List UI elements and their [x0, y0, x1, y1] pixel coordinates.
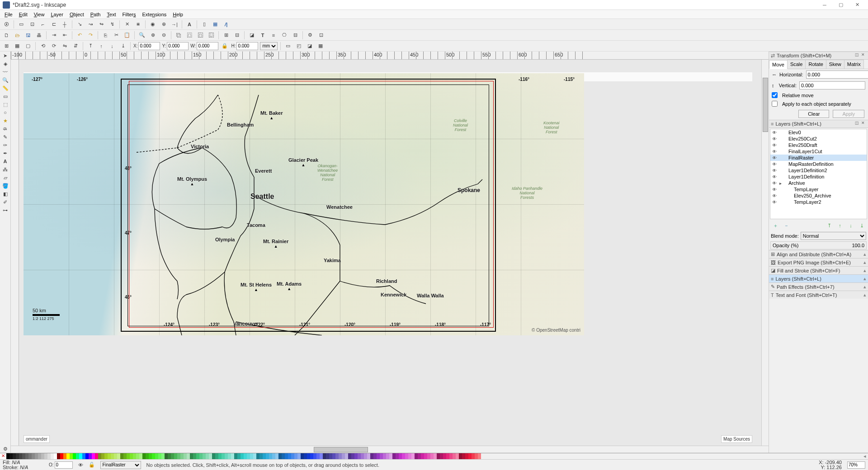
calligraphy-tool-icon[interactable]: ✒	[0, 149, 10, 157]
eye-icon[interactable]: 👁	[772, 181, 778, 186]
color-swatch[interactable]	[136, 453, 139, 460]
dock-icon[interactable]: ◫	[854, 121, 860, 127]
color-swatch[interactable]	[139, 453, 142, 460]
color-swatch[interactable]	[25, 453, 28, 460]
color-swatch[interactable]	[475, 453, 478, 460]
redo-icon[interactable]: ↷	[86, 31, 95, 40]
rotate-cw-icon[interactable]: ⟳	[49, 42, 58, 51]
menu-edit[interactable]: Edit	[16, 11, 30, 18]
color-swatch[interactable]	[111, 453, 114, 460]
layers-panel-header[interactable]: ≡ Layers (Shift+Ctrl+L) ◫ ✕	[769, 120, 868, 128]
ungroup-icon[interactable]: ⊟	[232, 31, 241, 40]
eye-icon[interactable]: 👁	[772, 187, 778, 192]
layer-top-icon[interactable]: ⤒	[825, 221, 834, 230]
color-swatch[interactable]	[326, 453, 329, 460]
layer-row[interactable]: 👁FinalRaster	[770, 155, 867, 161]
color-swatch[interactable]	[54, 453, 57, 460]
color-swatch[interactable]	[127, 453, 130, 460]
menu-filters[interactable]: Filters	[120, 11, 139, 18]
text-tool-icon[interactable]: A	[0, 157, 10, 165]
vertical-input[interactable]	[799, 81, 865, 89]
tab-matrix[interactable]: Matrix	[844, 60, 864, 69]
color-swatch[interactable]	[152, 453, 155, 460]
color-swatch[interactable]	[478, 453, 481, 460]
color-swatch[interactable]	[339, 453, 342, 460]
canvas-viewport[interactable]: ileViewMapToolsWindowHelp	[19, 60, 761, 446]
color-swatch[interactable]	[253, 453, 256, 460]
color-swatch[interactable]	[348, 453, 351, 460]
eye-icon[interactable]: 👁	[772, 200, 778, 205]
color-swatch[interactable]	[123, 453, 127, 460]
color-swatch[interactable]	[130, 453, 133, 460]
color-swatch[interactable]	[332, 453, 335, 460]
gear-tool-icon[interactable]: ⚙	[0, 445, 10, 453]
zoom-input[interactable]	[847, 461, 865, 469]
docked-panel-tab[interactable]: 🖼Export PNG Image (Shift+Ctrl+E)▴	[769, 258, 868, 266]
color-swatch[interactable]	[206, 453, 209, 460]
color-swatch[interactable]	[187, 453, 190, 460]
snap-int2-icon[interactable]: ⋇	[133, 20, 142, 29]
menu-extensions[interactable]: Extensions	[140, 11, 170, 18]
docked-panel-tab[interactable]: TText and Font (Shift+Ctrl+T)▴	[769, 291, 868, 299]
opacity-input[interactable]	[55, 461, 73, 469]
spray-tool-icon[interactable]: ⁂	[0, 165, 10, 174]
layer-down-icon[interactable]: ↓	[846, 221, 855, 230]
color-swatch[interactable]	[57, 453, 60, 460]
tab-rotate[interactable]: Rotate	[805, 60, 826, 69]
tweak-tool-icon[interactable]: 〰	[0, 68, 10, 76]
align-icon[interactable]: ⊟	[291, 31, 300, 40]
undo-icon[interactable]: ↶	[75, 31, 84, 40]
color-swatch[interactable]	[161, 453, 165, 460]
color-swatch[interactable]	[278, 453, 282, 460]
flip-v-icon[interactable]: ⇵	[71, 42, 80, 51]
color-swatch[interactable]	[443, 453, 446, 460]
color-swatch[interactable]	[373, 453, 377, 460]
docked-panel-tab[interactable]: ≡Layers (Shift+Ctrl+L)▴	[769, 274, 868, 282]
color-swatch[interactable]	[468, 453, 472, 460]
layer-row[interactable]: 👁Elev0	[770, 129, 867, 136]
relative-move-checkbox[interactable]	[772, 92, 778, 98]
close-button[interactable]: ✕	[849, 0, 865, 9]
color-swatch[interactable]	[89, 453, 92, 460]
snap-int-icon[interactable]: ✕	[123, 20, 132, 29]
tab-scale[interactable]: Scale	[787, 60, 806, 69]
dup-icon[interactable]: ⿻	[174, 31, 183, 40]
color-swatch[interactable]	[329, 453, 332, 460]
menu-text[interactable]: Text	[104, 11, 118, 18]
close-icon[interactable]: ✕	[860, 52, 866, 59]
eye-icon[interactable]: 👁	[772, 136, 778, 141]
tab-move[interactable]: Move	[769, 60, 788, 69]
color-swatch[interactable]	[424, 453, 427, 460]
color-swatch[interactable]	[354, 453, 358, 460]
blend-mode-select[interactable]: Normal	[801, 232, 866, 240]
color-swatch[interactable]	[307, 453, 310, 460]
color-swatch[interactable]	[282, 453, 285, 460]
color-swatch[interactable]	[9, 453, 13, 460]
color-swatch[interactable]	[472, 453, 475, 460]
layer-list[interactable]: 👁Elev0👁Elev250Cut2👁Elev250Draft👁FinalLay…	[770, 129, 867, 219]
layer-row[interactable]: 👁Layer1Definition2	[770, 167, 867, 174]
color-swatch[interactable]	[171, 453, 174, 460]
color-swatch[interactable]	[291, 453, 294, 460]
color-swatch[interactable]	[38, 453, 41, 460]
color-swatch[interactable]	[345, 453, 348, 460]
color-swatch[interactable]	[6, 453, 9, 460]
color-swatch[interactable]	[218, 453, 222, 460]
affect-corner-icon[interactable]: ◰	[294, 42, 303, 51]
layer-row[interactable]: 👁FinalLayer1Cut	[770, 148, 867, 155]
color-swatch[interactable]	[449, 453, 453, 460]
layer-row[interactable]: 👁Elev250Cut2	[770, 136, 867, 142]
color-swatch[interactable]	[294, 453, 297, 460]
layer-row[interactable]: 👁TempLayer2	[770, 199, 867, 205]
color-swatch[interactable]	[304, 453, 307, 460]
eye-icon[interactable]: 👁	[772, 155, 778, 160]
select-all-icon[interactable]: ⊞	[2, 42, 11, 51]
snap-toggle-icon[interactable]: ⦿	[2, 20, 11, 29]
color-swatch[interactable]	[266, 453, 269, 460]
close-icon[interactable]: ✕	[860, 121, 866, 127]
color-swatch[interactable]	[389, 453, 392, 460]
color-swatch[interactable]	[396, 453, 399, 460]
color-swatch[interactable]	[462, 453, 465, 460]
bezier-tool-icon[interactable]: ✑	[0, 141, 10, 149]
snap-page-icon[interactable]: ▯	[200, 20, 209, 29]
